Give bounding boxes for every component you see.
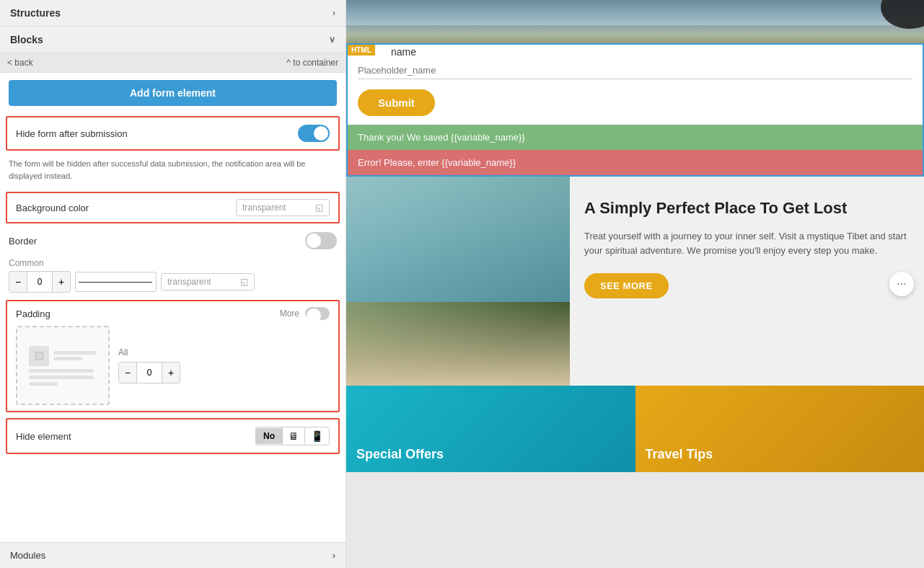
border-toggle[interactable] [305, 232, 337, 249]
all-label: All [118, 347, 180, 358]
structures-chevron-icon: › [333, 8, 335, 18]
padding-section: Padding More 🖼 [6, 300, 340, 412]
padding-stepper: − + [118, 362, 180, 383]
form-placeholder-input[interactable] [358, 62, 912, 79]
right-panel: HTML name Submit Thank you! We saved {{v… [346, 0, 924, 568]
hero-image [346, 0, 924, 43]
submit-button[interactable]: Submit [358, 89, 435, 116]
blocks-header[interactable]: Blocks ∨ [0, 27, 346, 53]
travel-tips-label: Travel Tips [646, 447, 713, 462]
common-row: Common − + ──────────── - - - - - - ····… [0, 255, 346, 297]
nav-bar: < back ^ to container [0, 53, 346, 73]
modules-header[interactable]: Modules › [0, 542, 346, 568]
common-controls: − + ──────────── - - - - - - ···········… [9, 271, 337, 293]
background-color-input[interactable]: transparent ◱ [236, 199, 330, 216]
preview-line-5 [29, 382, 58, 386]
success-message-bar: Thank you! We saved {{variable_name}} [348, 125, 923, 150]
add-form-element-button[interactable]: Add form element [9, 80, 337, 106]
see-more-button[interactable]: SEE MORE [584, 273, 669, 298]
bottom-cards: Special Offers Travel Tips [346, 386, 924, 472]
padding-increment-button[interactable]: + [162, 363, 180, 383]
special-offers-label: Special Offers [356, 447, 444, 462]
background-color-row: Background color transparent ◱ [6, 192, 340, 223]
travel-image [346, 177, 570, 386]
padding-preview-inner: 🖼 [29, 346, 97, 386]
common-label: Common [9, 258, 337, 268]
border-style-select[interactable]: ──────────── - - - - - - ············· [75, 272, 157, 292]
travel-content: A Simply Perfect Place To Get Lost Treat… [570, 177, 924, 386]
padding-stepper-input[interactable] [136, 363, 162, 383]
color-picker-icon: ◱ [315, 203, 323, 213]
travel-description: Treat yourself with a journey to your in… [584, 229, 910, 259]
common-stepper: − + [9, 271, 71, 293]
error-message-bar: Error! Please, enter {{variable_name}} [348, 150, 923, 175]
preview-img-row: 🖼 [29, 346, 97, 366]
preview-lines [53, 351, 97, 360]
common-increment-button[interactable]: + [53, 272, 70, 292]
padding-preview: 🖼 [16, 326, 110, 405]
preview-line-3 [29, 369, 94, 373]
structures-header[interactable]: Structures › [0, 0, 346, 27]
border-color-picker-icon: ◱ [240, 277, 248, 287]
hide-form-toggle[interactable] [298, 125, 330, 142]
more-button[interactable]: ··· [889, 272, 914, 296]
background-color-value: transparent [242, 203, 286, 213]
more-icon: ··· [897, 278, 906, 290]
blocks-chevron-icon: ∨ [329, 35, 335, 45]
padding-body: 🖼 All [16, 326, 330, 405]
more-toggle[interactable] [305, 307, 330, 320]
form-name-label: name [348, 45, 923, 59]
border-row: Border [0, 226, 346, 255]
left-panel: Structures › Blocks ∨ < back ^ to contai… [0, 0, 346, 568]
preview-line-1 [53, 351, 97, 355]
back-label: < back [7, 58, 33, 68]
preview-canvas: HTML name Submit Thank you! We saved {{v… [346, 0, 924, 472]
hide-no-button[interactable]: No [256, 428, 282, 444]
special-offers-card: Special Offers [346, 386, 635, 472]
padding-header: Padding More [16, 307, 330, 320]
background-color-label: Background color [16, 203, 89, 213]
hide-mobile-button[interactable]: 📱 [304, 427, 329, 445]
preview-line-2 [53, 357, 82, 360]
modules-label: Modules [10, 550, 45, 561]
to-container-label: ^ to container [286, 58, 338, 68]
border-label: Border [9, 236, 37, 247]
preview-line-4 [29, 376, 94, 379]
hide-form-row: Hide form after submission [6, 116, 340, 151]
travel-tips-card: Travel Tips [635, 386, 925, 472]
html-badge: HTML [348, 45, 375, 56]
padding-label: Padding [16, 309, 50, 319]
border-color-value: transparent [167, 277, 211, 287]
back-button[interactable]: < back [7, 58, 33, 68]
hide-element-row: Hide element No 🖥 📱 [6, 418, 340, 454]
form-block: HTML name Submit Thank you! We saved {{v… [346, 43, 924, 177]
border-color-input[interactable]: transparent ◱ [161, 273, 255, 290]
hide-button-group: No 🖥 📱 [255, 427, 330, 445]
structures-label: Structures [10, 7, 61, 19]
hide-desktop-button[interactable]: 🖥 [282, 427, 304, 445]
hide-element-label: Hide element [16, 431, 71, 442]
padding-decrement-button[interactable]: − [119, 363, 136, 383]
hide-form-description: The form will be hidden after successful… [0, 154, 346, 189]
blocks-section: Blocks ∨ < back ^ to container Add form … [0, 27, 346, 457]
travel-title: A Simply Perfect Place To Get Lost [584, 198, 910, 219]
more-label: More [280, 309, 299, 319]
preview-img-box: 🖼 [29, 346, 49, 366]
padding-controls: All − + [118, 347, 180, 383]
travel-block: A Simply Perfect Place To Get Lost Treat… [346, 177, 924, 386]
common-decrement-button[interactable]: − [9, 272, 27, 292]
blocks-label: Blocks [10, 34, 43, 45]
common-stepper-input[interactable] [27, 272, 53, 292]
to-container-button[interactable]: ^ to container [286, 58, 338, 68]
modules-chevron-icon: › [333, 550, 335, 561]
hide-form-label: Hide form after submission [16, 128, 128, 139]
